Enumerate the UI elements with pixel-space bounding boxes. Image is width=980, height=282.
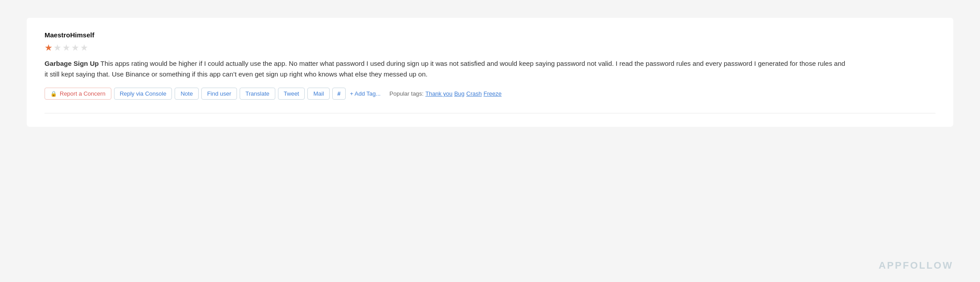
hash-button[interactable]: # — [332, 88, 345, 100]
mail-button[interactable]: Mail — [307, 88, 330, 100]
tag-bug[interactable]: Bug — [454, 90, 465, 97]
star-1: ★ — [45, 42, 53, 53]
add-tag-button[interactable]: + Add Tag... — [348, 88, 383, 99]
find-user-button[interactable]: Find user — [201, 88, 237, 100]
reply-via-console-button[interactable]: Reply via Console — [114, 88, 172, 100]
note-label: Note — [180, 90, 192, 97]
reply-via-console-label: Reply via Console — [120, 90, 167, 97]
review-body: Garbage Sign Up This apps rating would b… — [45, 58, 846, 80]
page-container: MaestroHimself ★ ★ ★ ★ ★ Garbage Sign Up… — [0, 0, 980, 282]
star-3: ★ — [62, 42, 70, 53]
add-tag-label: + Add Tag... — [350, 90, 381, 97]
lock-icon: 🔒 — [50, 91, 57, 97]
review-card: MaestroHimself ★ ★ ★ ★ ★ Garbage Sign Up… — [27, 18, 953, 127]
report-concern-button[interactable]: 🔒 Report a Concern — [45, 88, 111, 100]
star-2: ★ — [53, 42, 61, 53]
find-user-label: Find user — [207, 90, 231, 97]
tag-crash[interactable]: Crash — [466, 90, 482, 97]
stars-row: ★ ★ ★ ★ ★ — [45, 42, 935, 53]
divider — [45, 113, 935, 113]
star-5: ★ — [80, 42, 88, 53]
translate-button[interactable]: Translate — [240, 88, 275, 100]
mail-label: Mail — [313, 90, 324, 97]
tag-freeze[interactable]: Freeze — [484, 90, 502, 97]
note-button[interactable]: Note — [175, 88, 198, 100]
translate-label: Translate — [245, 90, 270, 97]
action-row: 🔒 Report a Concern Reply via Console Not… — [45, 88, 935, 100]
tweet-button[interactable]: Tweet — [278, 88, 305, 100]
reviewer-name: MaestroHimself — [45, 31, 935, 39]
popular-tags-label: Popular tags: — [389, 90, 424, 97]
tag-thank-you[interactable]: Thank you — [425, 90, 453, 97]
review-text: This apps rating would be higher if I co… — [45, 60, 845, 78]
star-4: ★ — [71, 42, 79, 53]
tweet-label: Tweet — [284, 90, 299, 97]
appfollow-branding: APPFOLLOW — [878, 260, 953, 271]
hash-label: # — [337, 90, 340, 97]
popular-tags: Popular tags: Thank you Bug Crash Freeze — [389, 90, 502, 97]
report-concern-label: Report a Concern — [60, 90, 106, 97]
review-title: Garbage Sign Up — [45, 60, 99, 67]
